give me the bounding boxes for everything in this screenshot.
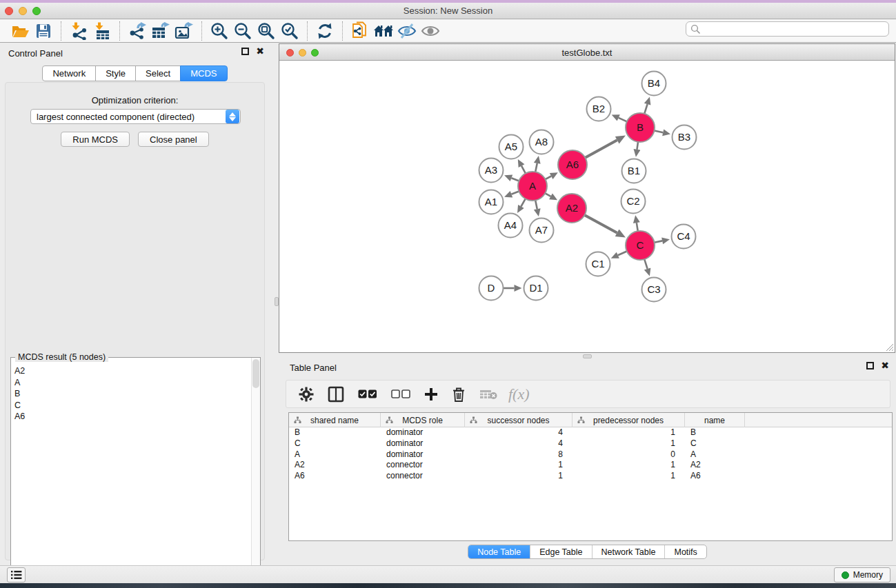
edge-C-C4[interactable] [655,241,663,242]
zoom-fit-icon[interactable] [255,21,278,41]
cell-MCDS-role[interactable]: dominator [381,438,465,449]
vertical-splitter-handle[interactable] [275,297,279,306]
export-image-icon[interactable] [172,21,196,41]
hide-graphics-details-icon[interactable] [395,21,419,41]
result-item[interactable]: A2 [14,365,251,377]
cell-successor-nodes[interactable]: 1 [465,460,573,471]
cell-predecessor-nodes[interactable]: 0 [573,449,685,460]
edge-A2-C[interactable] [584,215,617,233]
result-scrollbar[interactable] [251,358,260,588]
edge-A-A1[interactable] [511,192,519,194]
show-panels-list-button[interactable] [7,567,26,582]
cell-predecessor-nodes[interactable]: 1 [573,427,685,438]
tab-mcds[interactable]: MCDS [180,65,227,81]
result-item[interactable]: A [14,377,251,389]
cell-shared-name[interactable]: B [289,427,381,438]
column-header-shared-name[interactable]: shared name [289,413,381,427]
edge-A-A6[interactable] [546,176,552,179]
edge-B-B1[interactable] [637,142,638,150]
cell-predecessor-nodes[interactable]: 1 [573,438,685,449]
app-titlebar[interactable]: Session: New Session [0,3,896,19]
edge-B-B3[interactable] [655,130,664,132]
cell-successor-nodes[interactable]: 4 [465,438,573,449]
cell-shared-name[interactable]: C [289,438,381,449]
cell-successor-nodes[interactable]: 4 [465,427,573,438]
cell-name[interactable]: A6 [685,471,745,482]
table-row[interactable]: Bdominator41B [289,427,892,438]
cell-shared-name[interactable]: A [289,449,381,460]
cell-name[interactable]: A2 [685,460,745,471]
add-row-plus-icon[interactable] [424,387,438,401]
cell-name[interactable]: B [685,427,745,438]
cell-MCDS-role[interactable]: dominator [381,449,465,460]
table-settings-gear-icon[interactable] [299,387,314,402]
edge-A-A7[interactable] [535,201,537,210]
cell-predecessor-nodes[interactable]: 1 [573,460,685,471]
edge-A-A3[interactable] [511,178,519,181]
column-header-MCDS-role[interactable]: MCDS role [381,413,465,427]
tab-style[interactable]: Style [95,65,136,81]
float-table-panel-icon[interactable] [866,362,874,369]
edge-A-A4[interactable] [521,199,525,206]
edge-B-B4[interactable] [644,104,647,114]
edge-C-C3[interactable] [644,259,647,269]
edge-C-C1[interactable] [618,251,627,255]
column-header-predecessor-nodes[interactable]: predecessor nodes [573,413,685,427]
edge-C-C2[interactable] [637,223,638,231]
cell-shared-name[interactable]: A2 [289,460,381,471]
zoom-selected-icon[interactable] [278,21,301,41]
cell-successor-nodes[interactable]: 8 [465,449,573,460]
network-graph-canvas[interactable]: AA1A2A3A4A5A6A7A8BB1B2B3B4CC1C2C3C4DD1 [279,61,895,352]
network-window-titlebar[interactable]: testGlobe.txt [279,44,895,61]
edge-A-A5[interactable] [521,166,526,174]
float-panel-icon[interactable] [241,48,249,55]
select-all-checks-icon[interactable] [358,389,377,399]
zoom-out-icon[interactable] [231,21,255,41]
resize-grip-icon[interactable] [884,342,894,352]
tab-motifs[interactable]: Motifs [664,545,706,558]
deselect-all-checks-icon[interactable] [391,389,410,399]
import-table-icon[interactable] [90,21,114,41]
clone-network-icon[interactable] [348,21,372,41]
close-panel-icon[interactable]: ✖ [256,48,264,55]
tab-edge-table[interactable]: Edge Table [530,545,591,558]
cell-predecessor-nodes[interactable]: 1 [573,471,685,482]
result-scrollbar-thumb[interactable] [252,359,259,388]
node-table[interactable]: shared nameMCDS rolesuccessor nodesprede… [288,412,893,541]
criterion-select[interactable]: largest connected component (directed) [30,109,241,124]
edge-A-A2[interactable] [545,193,550,196]
cell-successor-nodes[interactable]: 1 [465,471,573,482]
open-session-icon[interactable] [8,21,32,41]
table-row[interactable]: A6connector11A6 [289,471,892,482]
table-row[interactable]: A2connector11A2 [289,460,892,471]
table-row[interactable]: Cdominator41C [289,438,892,449]
cell-shared-name[interactable]: A6 [289,471,381,482]
cell-MCDS-role[interactable]: connector [381,460,465,471]
search-input[interactable] [701,23,888,35]
cell-name[interactable]: C [685,438,745,449]
edge-B-B2[interactable] [619,118,627,121]
refresh-layout-icon[interactable] [313,21,337,41]
tab-network[interactable]: Network [42,65,96,81]
cell-MCDS-role[interactable]: connector [381,471,465,482]
export-network-icon[interactable] [126,21,149,41]
delete-trash-icon[interactable] [452,387,466,402]
tab-node-table[interactable]: Node Table [468,545,530,558]
import-network-icon[interactable] [67,21,90,41]
tab-select[interactable]: Select [135,65,181,81]
edge-A-A8[interactable] [535,163,537,172]
column-header-name[interactable]: name [685,413,745,427]
export-table-icon[interactable] [149,21,172,41]
show-column-icon[interactable] [328,386,344,403]
column-header-successor-nodes[interactable]: successor nodes [465,413,573,427]
result-item[interactable]: B [14,388,251,400]
close-table-panel-icon[interactable]: ✖ [881,362,889,369]
run-mcds-button[interactable]: Run MCDS [61,132,130,147]
result-item[interactable]: C [14,400,251,412]
table-row[interactable]: Adominator80A [289,449,892,460]
mcds-result-list[interactable]: A2ABCA6 [11,362,251,588]
memory-button[interactable]: Memory [834,567,890,582]
cell-MCDS-role[interactable]: dominator [381,427,465,438]
result-item[interactable]: A6 [14,411,251,423]
first-neighbors-icon[interactable] [372,21,395,41]
